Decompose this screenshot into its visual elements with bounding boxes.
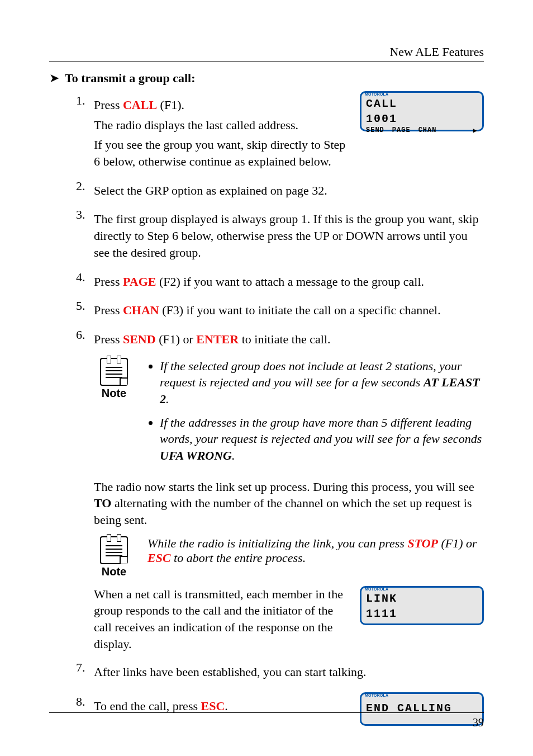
note-block-1: Note If the selected group does not incl… <box>94 358 484 471</box>
lcd-more-icon: ▶ <box>473 126 478 135</box>
step-number: 1. <box>76 93 94 108</box>
note1-bullet-2: If the addresses in the group have more … <box>160 414 484 464</box>
section-heading: To transmit a group call: <box>65 71 195 86</box>
lcd-line-2: 1001 <box>366 112 478 125</box>
esc-key: ESC <box>147 551 171 565</box>
page-key: PAGE <box>123 275 156 289</box>
step-number: 6. <box>76 328 94 342</box>
note-icon <box>100 358 128 386</box>
lcd-link-display: MOTOROLA LINK 1111 <box>360 586 484 625</box>
lcd-line-2: 1111 <box>366 607 478 620</box>
esc-key: ESC <box>201 699 225 713</box>
step-5-text: Press CHAN (F3) if you want to initiate … <box>94 302 484 319</box>
call-key: CALL <box>123 98 157 112</box>
lcd-call-display: MOTOROLA CALL 1001 SEND PAGE CHAN ▶ <box>360 91 484 131</box>
net-call-paragraph: When a net call is transmitted, each mem… <box>94 586 351 653</box>
step-1-line-2: The radio displays the last called addre… <box>94 117 353 134</box>
note-label: Note <box>94 565 134 578</box>
lcd-brand: MOTOROLA <box>365 587 388 591</box>
stop-key: STOP <box>407 536 438 550</box>
step-number: 3. <box>76 207 94 222</box>
page-number: 39 <box>49 716 484 729</box>
step-number: 8. <box>76 694 94 709</box>
step-3-text: The first group displayed is always grou… <box>94 211 484 261</box>
header-rule <box>49 62 484 62</box>
step-number: 2. <box>76 179 94 193</box>
section-arrow-icon: ➤ <box>49 72 59 84</box>
send-key: SEND <box>123 332 156 346</box>
note-block-2: Note While the radio is initializing the… <box>94 536 484 578</box>
lcd-softkey-chan: CHAN <box>418 126 437 135</box>
note2-text: While the radio is initializing the link… <box>147 536 484 565</box>
step-number: 4. <box>76 270 94 285</box>
step-4-text: Press PAGE (F2) if you want to attach a … <box>94 273 484 290</box>
step-6-text: Press SEND (F1) or ENTER to initiate the… <box>94 331 484 348</box>
enter-key: ENTER <box>196 332 239 346</box>
step-1-line-1: Press CALL (F1). <box>94 97 353 114</box>
link-setup-paragraph: The radio now starts the link set up pro… <box>94 479 484 528</box>
note-label: Note <box>94 387 134 400</box>
page-header: New ALE Features <box>49 45 484 59</box>
note-icon <box>100 536 128 564</box>
step-number: 7. <box>76 660 94 675</box>
step-2-text: Select the GRP option as explained on pa… <box>94 182 484 199</box>
step-7-text: After links have been established, you c… <box>94 664 484 681</box>
lcd-line-1: LINK <box>366 592 478 605</box>
lcd-brand: MOTOROLA <box>365 693 388 697</box>
lcd-brand: MOTOROLA <box>365 92 388 96</box>
footer-rule <box>49 712 484 713</box>
lcd-softkey-send: SEND <box>366 126 384 135</box>
step-1-line-3: If you see the group you want, skip dire… <box>94 136 353 169</box>
lcd-softkey-page: PAGE <box>392 126 411 135</box>
note1-bullet-1: If the selected group does not include a… <box>160 358 484 408</box>
chan-key: CHAN <box>123 303 159 317</box>
lcd-line-1: CALL <box>366 97 478 110</box>
step-number: 5. <box>76 299 94 313</box>
